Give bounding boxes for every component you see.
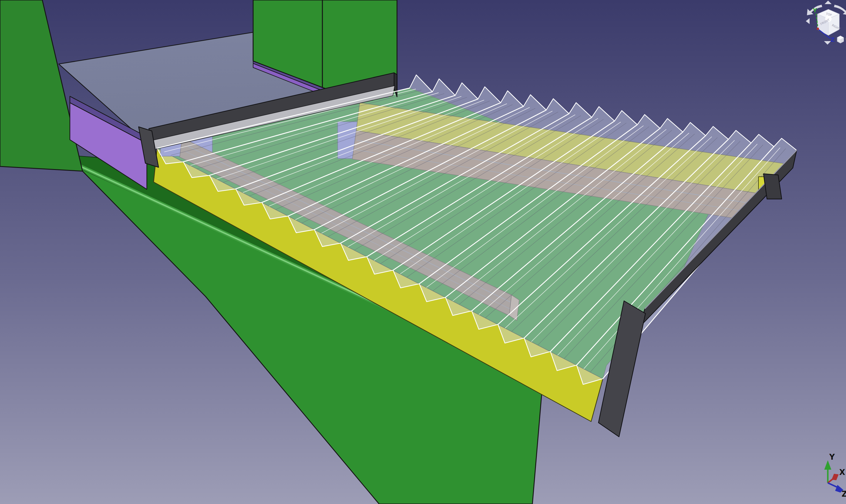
navcube-z-label: Z (830, 36, 835, 43)
y-axis-label: Y (829, 453, 835, 462)
navcube-x-axis-dot (817, 28, 819, 30)
x-axis-label: X (839, 468, 845, 477)
z-axis-label: Z (842, 490, 846, 499)
navcube-y-label: Y (812, 7, 817, 14)
freecad-3d-viewport[interactable]: FRONT RIGHT TOP Y Z Y X Z (0, 0, 846, 504)
navcube-mini-cube[interactable] (837, 36, 844, 43)
